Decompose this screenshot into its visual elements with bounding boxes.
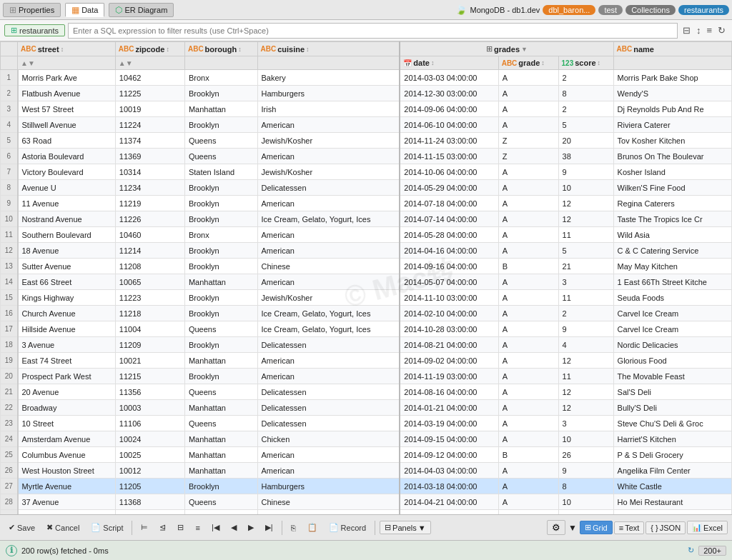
cancel-icon: ✖ bbox=[46, 523, 53, 532]
refresh-button[interactable]: ↻ bbox=[688, 546, 694, 555]
paging-next[interactable]: ▶ bbox=[244, 521, 258, 534]
subheader-date[interactable]: 📅 date ↕ bbox=[400, 56, 498, 70]
paging-end[interactable]: ▶| bbox=[261, 521, 277, 534]
table-row[interactable]: 14East 66 Street10065ManhattanAmerican20… bbox=[1, 274, 732, 290]
sort-borough[interactable]: ↕ bbox=[238, 46, 242, 53]
paging-row-remove[interactable]: ⊟ bbox=[173, 521, 188, 534]
table-row[interactable]: 8Avenue U11234BrooklynDelicatessen2014-0… bbox=[1, 180, 732, 196]
paging-row-add[interactable]: ≡ bbox=[191, 522, 204, 534]
panels-button[interactable]: ⊟ Panels ▼ bbox=[380, 521, 431, 534]
paste-button[interactable]: 📋 bbox=[303, 521, 322, 534]
table-row[interactable]: 15Kings Highway11223BrooklynJewish/Koshe… bbox=[1, 290, 732, 306]
table-row[interactable]: 24Amsterdam Avenue10024ManhattanChicken2… bbox=[1, 431, 732, 447]
sort-street[interactable]: ↕ bbox=[61, 46, 64, 53]
col-header-street[interactable]: ABC street ↕ bbox=[18, 42, 116, 56]
table-row[interactable]: 16Church Avenue11218BrooklynIce Cream, G… bbox=[1, 306, 732, 321]
tab-data[interactable]: ▦ Data bbox=[65, 3, 104, 17]
sort-zipcode[interactable]: ↕ bbox=[166, 46, 169, 53]
cell-name: Glorious Food bbox=[613, 353, 731, 369]
record-button[interactable]: 📄 Record bbox=[325, 521, 370, 534]
subheader-score[interactable]: 123 score ↕ bbox=[558, 56, 613, 70]
script-button[interactable]: 📄 Script bbox=[86, 521, 127, 534]
text-view-btn[interactable]: ≡ Text bbox=[614, 521, 645, 534]
grid-view-btn[interactable]: ⊞ Grid bbox=[580, 521, 613, 534]
table-row[interactable]: 17Hillside Avenue11004QueensIce Cream, G… bbox=[1, 321, 732, 337]
cell-cuisine: Chinese bbox=[257, 494, 400, 510]
table-row[interactable]: 2Flatbush Avenue11225BrooklynHamburgers2… bbox=[1, 86, 732, 101]
table-row[interactable]: 11Southern Boulevard10460BronxAmerican20… bbox=[1, 227, 732, 243]
table-row[interactable]: 3West 57 Street10019ManhattanIrish2014-0… bbox=[1, 101, 732, 117]
paging-prev[interactable]: ◀ bbox=[227, 521, 241, 534]
table-row[interactable]: 22Broadway10003ManhattanDelicatessen2014… bbox=[1, 400, 732, 416]
table-row[interactable]: 25Columbus Avenue10025ManhattanAmerican2… bbox=[1, 447, 732, 463]
table-row[interactable]: 19East 74 Street10021ManhattanAmerican20… bbox=[1, 353, 732, 369]
sort-cuisine[interactable]: ↕ bbox=[306, 46, 310, 53]
table-row[interactable]: 183 Avenue11209BrooklynDelicatessen2014-… bbox=[1, 337, 732, 353]
subheader-grade[interactable]: ABC grade ↕ bbox=[498, 56, 558, 70]
table-row[interactable]: 4Stillwell Avenue11224BrooklynAmerican20… bbox=[1, 117, 732, 133]
json-view-btn[interactable]: { } JSON bbox=[646, 521, 686, 534]
panels-chevron: ▼ bbox=[418, 524, 426, 532]
filter-btn-2[interactable]: ↕ bbox=[694, 24, 703, 37]
sort-grade[interactable]: ↕ bbox=[541, 59, 545, 66]
cell-score: 12 bbox=[558, 196, 613, 211]
sort-score[interactable]: ↕ bbox=[598, 59, 601, 66]
cell-cuisine: Delicatessen bbox=[257, 180, 400, 196]
table-row[interactable]: 26West Houston Street10012ManhattanAmeri… bbox=[1, 463, 732, 479]
paging-begin[interactable]: |◀ bbox=[207, 521, 224, 534]
copy-button[interactable]: ⎘ bbox=[287, 522, 300, 534]
filter-grades[interactable]: ▼ bbox=[521, 46, 528, 53]
table-row[interactable]: 2837 Avenue11368QueensChinese2014-04-21 … bbox=[1, 494, 732, 510]
cell-cuisine: Jewish/Kosher bbox=[257, 164, 400, 180]
filter-btn-3[interactable]: ≡ bbox=[704, 24, 714, 37]
cell-zipcode: 10460 bbox=[115, 227, 184, 243]
cancel-button[interactable]: ✖ Cancel bbox=[42, 521, 84, 534]
paging-first[interactable]: ⊨ bbox=[137, 521, 152, 534]
table-row[interactable]: 7Victory Boulevard10314Staten IslandJewi… bbox=[1, 164, 732, 180]
col-header-borough[interactable]: ABC borough ↕ bbox=[184, 42, 257, 56]
col-header-name[interactable]: ABC name bbox=[613, 42, 731, 56]
table-subheader-row: ▲▼ ▲▼ 📅 date ↕ ABC grade ↕ bbox=[1, 56, 732, 70]
table-row[interactable]: 6Astoria Boulevard11369QueensAmerican201… bbox=[1, 149, 732, 164]
excel-view-btn[interactable]: 📊 Excel bbox=[687, 521, 728, 534]
cell-cuisine: Hamburgers bbox=[257, 479, 400, 494]
gear-button[interactable]: ⚙ bbox=[547, 520, 565, 535]
filter-btn-1[interactable]: ⊟ bbox=[681, 24, 693, 37]
cell-borough: Manhattan bbox=[184, 353, 257, 369]
col-header-zipcode[interactable]: ABC zipcode ↕ bbox=[115, 42, 184, 56]
cell-rownum: 8 bbox=[1, 180, 18, 196]
cell-zipcode: 11224 bbox=[115, 117, 184, 133]
col-label-cuisine: cuisine bbox=[277, 45, 305, 54]
table-row[interactable]: 13Sutter Avenue11208BrooklynChinese2014-… bbox=[1, 259, 732, 274]
filter-input[interactable] bbox=[68, 23, 678, 39]
save-label: Save bbox=[17, 524, 35, 532]
cell-rownum: 17 bbox=[1, 321, 18, 337]
cell-name: The Movable Feast bbox=[613, 369, 731, 384]
tab-properties[interactable]: ⊞ Properties bbox=[3, 3, 61, 17]
table-row[interactable]: 2120 Avenue11356QueensDelicatessen2014-0… bbox=[1, 384, 732, 400]
table-row[interactable]: 1218 Avenue11214BrooklynAmerican2014-04-… bbox=[1, 243, 732, 259]
cell-street: East 66 Street bbox=[18, 274, 116, 290]
cell-zipcode: 11219 bbox=[115, 196, 184, 211]
table-row[interactable]: 911 Avenue11219BrooklynAmerican2014-07-1… bbox=[1, 196, 732, 211]
table-row[interactable]: 10Nostrand Avenue11226BrooklynIce Cream,… bbox=[1, 211, 732, 227]
table-body: 1Morris Park Ave10462BronxBakery2014-03-… bbox=[1, 70, 732, 515]
save-button[interactable]: ✔ Save bbox=[4, 521, 39, 534]
grades-icon: ⊞ bbox=[486, 44, 493, 54]
cell-borough: Brooklyn bbox=[184, 479, 257, 494]
paging-prev-all[interactable]: ⊴ bbox=[155, 521, 170, 534]
table-row[interactable]: 1Morris Park Ave10462BronxBakery2014-03-… bbox=[1, 70, 732, 86]
table-row[interactable]: 20Prospect Park West11215BrooklynAmerica… bbox=[1, 369, 732, 384]
filter-refresh[interactable]: ↻ bbox=[716, 24, 728, 37]
col-header-cuisine[interactable]: ABC cuisine ↕ bbox=[257, 42, 400, 56]
table-row[interactable]: 563 Road11374QueensJewish/Kosher2014-11-… bbox=[1, 133, 732, 149]
subheader-street: ▲▼ bbox=[18, 56, 116, 70]
table-row[interactable]: 2310 Street11106QueensDelicatessen2014-0… bbox=[1, 416, 732, 431]
sort-date[interactable]: ↕ bbox=[431, 59, 435, 66]
tab-er-diagram[interactable]: ⬡ ER Diagram bbox=[109, 3, 174, 17]
table-row[interactable]: 27Myrtle Avenue11205BrooklynHamburgers20… bbox=[1, 479, 732, 494]
separator-2 bbox=[282, 521, 282, 535]
table-tag-label: restaurants bbox=[19, 26, 59, 35]
cell-zipcode: 11106 bbox=[115, 416, 184, 431]
cell-zipcode: 11218 bbox=[115, 306, 184, 321]
